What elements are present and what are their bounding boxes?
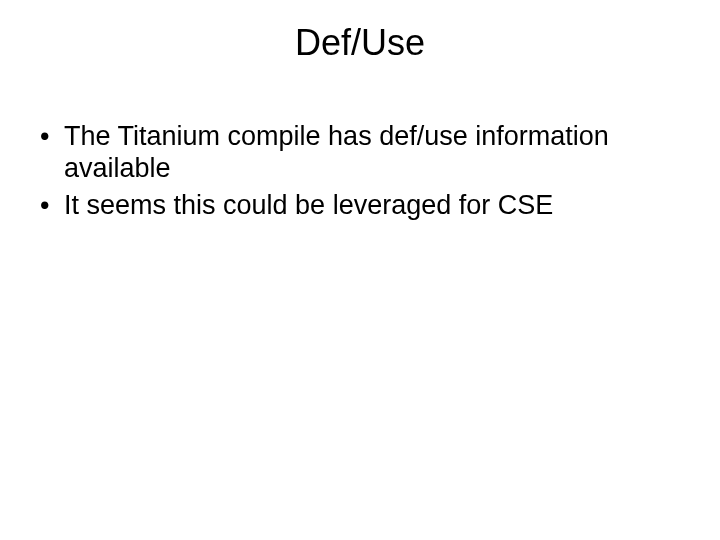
slide-title: Def/Use — [0, 22, 720, 64]
slide-body: The Titanium compile has def/use informa… — [36, 120, 684, 225]
slide: Def/Use The Titanium compile has def/use… — [0, 0, 720, 540]
bullet-list: The Titanium compile has def/use informa… — [36, 120, 684, 221]
list-item: The Titanium compile has def/use informa… — [36, 120, 684, 185]
list-item: It seems this could be leveraged for CSE — [36, 189, 684, 221]
